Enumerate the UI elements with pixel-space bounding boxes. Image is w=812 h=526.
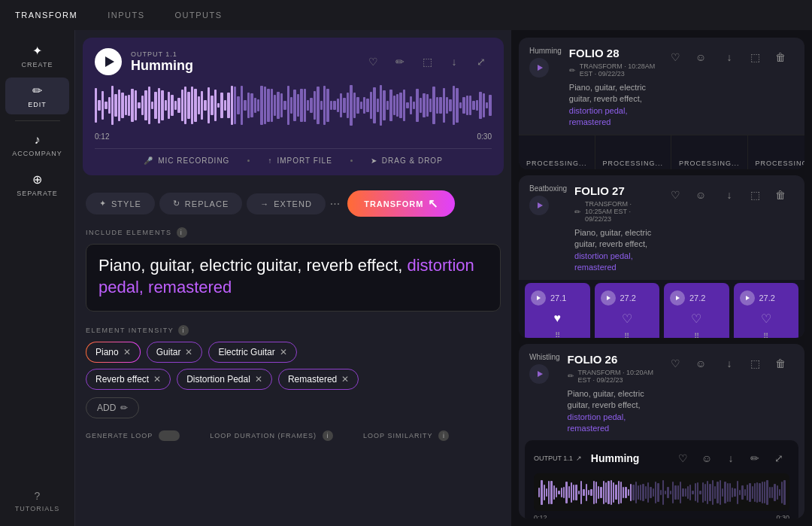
folio-26-emoji-btn[interactable]: ☺ bbox=[690, 353, 711, 374]
elements-help-icon[interactable]: i bbox=[177, 227, 187, 238]
loop-similarity-help[interactable]: i bbox=[438, 430, 449, 441]
tab-extend[interactable]: → EXTEND bbox=[247, 193, 326, 214]
tag-guitar[interactable]: Guitar ✕ bbox=[147, 342, 203, 363]
folio-26-delete-btn[interactable]: 🗑 bbox=[770, 353, 791, 374]
folio-27-meta: ✏ TRANSFORM · 10:25AM EST · 09/22/23 bbox=[574, 200, 657, 223]
np-waveform[interactable] bbox=[534, 473, 789, 511]
tab-transform[interactable]: TRANSFORM ↖ bbox=[347, 190, 455, 217]
download-button[interactable]: ↓ bbox=[444, 51, 465, 72]
folio-27-output-3[interactable]: 27.2 ♡ ⠿ bbox=[664, 283, 729, 338]
waveform[interactable] bbox=[95, 83, 492, 128]
mini-play-27-2[interactable] bbox=[601, 290, 616, 306]
folio-28-output-2[interactable]: PROCESSING... bbox=[595, 135, 672, 170]
tag-distortion[interactable]: Distortion Pedal ✕ bbox=[177, 369, 272, 390]
sidebar-tutorials[interactable]: ? TUTORIALS bbox=[9, 484, 65, 518]
nav-transform[interactable]: TRANSFORM bbox=[15, 11, 77, 20]
heart-icon-27-1[interactable]: ♥ bbox=[554, 312, 562, 325]
tag-remastered[interactable]: Remastered ✕ bbox=[278, 369, 359, 390]
elements-textarea[interactable]: Piano, guitar, electric guitar, reverb e… bbox=[86, 244, 501, 312]
folio-28-delete-btn[interactable]: 🗑 bbox=[770, 47, 791, 68]
folio-27-delete-btn[interactable]: 🗑 bbox=[770, 184, 791, 205]
sidebar-item-create[interactable]: ✦ CREATE bbox=[5, 38, 69, 74]
drag-drop-control[interactable]: ➤ DRAG & DROP bbox=[371, 157, 443, 165]
dots-icon-27-4: ⠿ bbox=[763, 332, 768, 338]
folio-26-play-btn[interactable] bbox=[529, 364, 549, 384]
np-title: Humming bbox=[591, 452, 640, 464]
nav-inputs[interactable]: INPUTS bbox=[108, 11, 144, 20]
folio-27-output-2[interactable]: 27.2 ♡ ⠿ bbox=[595, 283, 660, 338]
tab-extend-label: EXTEND bbox=[274, 199, 312, 208]
sidebar-item-label-accompany: ACCOMPANY bbox=[12, 150, 62, 157]
folio-28-output-3[interactable]: PROCESSING... bbox=[671, 135, 748, 170]
tag-remastered-remove[interactable]: ✕ bbox=[341, 374, 349, 385]
np-edit-btn[interactable]: ✏ bbox=[744, 448, 765, 469]
np-share-btn[interactable]: ⤢ bbox=[768, 448, 789, 469]
sidebar-item-separate[interactable]: ⊕ SEPARATE bbox=[5, 166, 69, 203]
folio-27-pencil-icon: ✏ bbox=[574, 208, 580, 216]
heart-icon-27-4[interactable]: ♡ bbox=[761, 312, 771, 326]
folio-26-favorite-btn[interactable]: ♡ bbox=[665, 353, 686, 374]
tag-electric-guitar[interactable]: Electric Guitar ✕ bbox=[208, 342, 296, 363]
np-favorite-btn[interactable]: ♡ bbox=[672, 448, 693, 469]
folio-28-download-row: ↓ ⬚ 🗑 bbox=[719, 47, 794, 68]
expand-button[interactable]: ⤢ bbox=[471, 51, 492, 72]
folio-27-output-4[interactable]: 27.2 ♡ ⠿ bbox=[734, 283, 799, 338]
tag-guitar-remove[interactable]: ✕ bbox=[185, 347, 192, 357]
folio-28-output-1[interactable]: PROCESSING... bbox=[519, 135, 595, 170]
mini-play-27-3[interactable] bbox=[670, 290, 685, 306]
tab-style[interactable]: ✦ STYLE bbox=[86, 193, 155, 214]
tab-replace[interactable]: ↻ REPLACE bbox=[159, 193, 242, 214]
folio-28-play-btn[interactable] bbox=[529, 58, 549, 78]
copy-button[interactable]: ⬚ bbox=[417, 51, 438, 72]
play-button[interactable] bbox=[95, 48, 122, 75]
folio-28-emoji-btn[interactable]: ☺ bbox=[690, 47, 711, 68]
folio-27-favorite-btn[interactable]: ♡ bbox=[665, 184, 686, 205]
intensity-help-icon[interactable]: i bbox=[178, 325, 189, 336]
folio-27-output-1[interactable]: 27.1 ♥ ⠿ bbox=[525, 283, 590, 338]
mini-num-27-4: 27.2 bbox=[759, 293, 775, 303]
folio-28-meta-text: TRANSFORM · 10:28AM EST · 09/22/23 bbox=[580, 62, 657, 78]
import-file-control[interactable]: ↑ IMPORT FILE bbox=[268, 157, 332, 165]
folio-26-accent-text: distortion pedal, bbox=[568, 412, 626, 421]
tag-reverb[interactable]: Reverb effect ✕ bbox=[86, 369, 171, 390]
folio-27-download-btn[interactable]: ↓ bbox=[719, 184, 740, 205]
folio-26-download-btn[interactable]: ↓ bbox=[719, 353, 740, 374]
tag-piano-remove[interactable]: ✕ bbox=[123, 347, 131, 357]
folio-28-copy-btn[interactable]: ⬚ bbox=[744, 47, 765, 68]
nav-outputs[interactable]: OUTPUTS bbox=[175, 11, 223, 20]
tag-electric-guitar-remove[interactable]: ✕ bbox=[280, 347, 287, 357]
folio-28-output-4[interactable]: PROCESSING... bbox=[748, 135, 804, 170]
tag-distortion-remove[interactable]: ✕ bbox=[255, 374, 262, 385]
mini-play-27-4[interactable] bbox=[740, 290, 755, 306]
np-emoji-btn[interactable]: ☺ bbox=[696, 448, 717, 469]
folio-28-meta: ✏ TRANSFORM · 10:28AM EST · 09/22/23 bbox=[569, 62, 657, 78]
np-download-btn[interactable]: ↓ bbox=[720, 448, 741, 469]
tag-electric-guitar-label: Electric Guitar bbox=[218, 347, 274, 357]
folio-27-copy-btn[interactable]: ⬚ bbox=[744, 184, 765, 205]
sidebar-item-accompany[interactable]: ♪ ACCOMPANY bbox=[5, 127, 69, 163]
include-elements-label: INCLUDE ELEMENTS i bbox=[86, 227, 501, 238]
add-element-button[interactable]: ADD ✏ bbox=[86, 397, 139, 418]
folio-28-favorite-btn[interactable]: ♡ bbox=[665, 47, 686, 68]
heart-icon-27-2[interactable]: ♡ bbox=[622, 312, 632, 326]
favorite-button[interactable]: ♡ bbox=[362, 51, 383, 72]
folio-28-download-btn[interactable]: ↓ bbox=[719, 47, 740, 68]
generate-loop-toggle[interactable] bbox=[159, 430, 180, 441]
folio-27-play-btn[interactable] bbox=[529, 196, 549, 215]
tab-transform-label: TRANSFORM bbox=[364, 199, 423, 208]
folio-27-desc-accent[interactable]: distortion pedal, remastered bbox=[574, 251, 633, 272]
player-controls: 🎤 MIC RECORDING ↑ IMPORT FILE ➤ DRAG & D… bbox=[95, 148, 492, 165]
folio-26-desc-accent[interactable]: distortion pedal, remastered bbox=[568, 412, 626, 433]
tag-reverb-remove[interactable]: ✕ bbox=[153, 374, 161, 385]
edit-button[interactable]: ✏ bbox=[389, 51, 411, 72]
mic-recording-control[interactable]: 🎤 MIC RECORDING bbox=[144, 157, 229, 165]
tag-piano[interactable]: Piano ✕ bbox=[86, 342, 141, 363]
tab-more-btn[interactable]: ··· bbox=[330, 197, 340, 211]
mini-play-27-1[interactable] bbox=[531, 290, 546, 306]
heart-icon-27-3[interactable]: ♡ bbox=[691, 312, 701, 326]
loop-duration-help[interactable]: i bbox=[323, 430, 333, 441]
sidebar-item-edit[interactable]: ✏ EDIT bbox=[5, 78, 69, 114]
folio-27-emoji-btn[interactable]: ☺ bbox=[690, 184, 711, 205]
folio-26-copy-btn[interactable]: ⬚ bbox=[744, 353, 765, 374]
folio-28-desc-accent[interactable]: distortion pedal, remastered bbox=[569, 106, 628, 126]
